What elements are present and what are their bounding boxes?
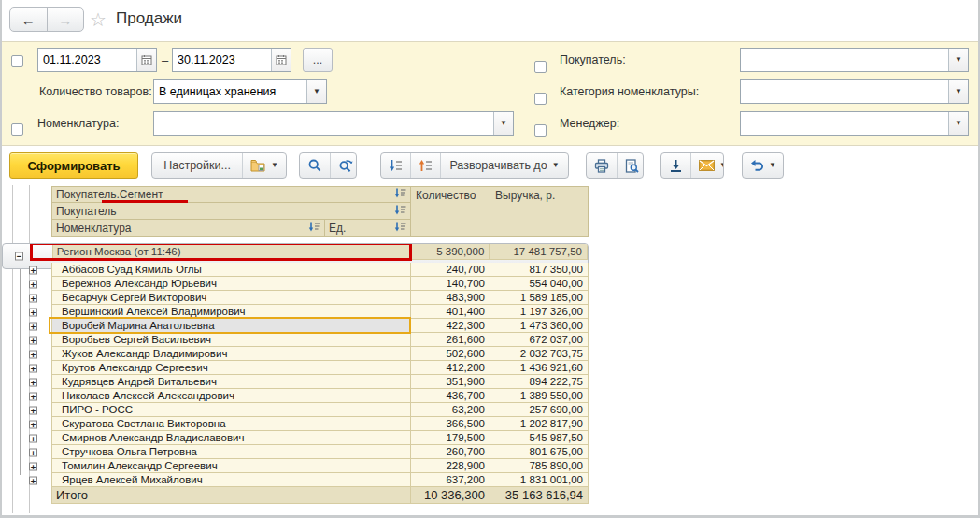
- row-qty-cell[interactable]: 366,500: [411, 417, 490, 431]
- nomenclature-input[interactable]: [154, 112, 493, 135]
- expander-icon[interactable]: +: [29, 378, 37, 386]
- row-name-cell[interactable]: Николаев Алексей Александрович: [51, 389, 411, 403]
- row-qty-cell[interactable]: 483,900: [411, 291, 490, 305]
- category-checkbox[interactable]: [534, 93, 547, 105]
- expander-icon[interactable]: +: [29, 448, 37, 456]
- row-qty-cell[interactable]: 436,700: [411, 389, 490, 403]
- date-from-calendar-button[interactable]: [136, 49, 156, 71]
- expander-icon[interactable]: +: [29, 294, 37, 302]
- total-qty-cell[interactable]: 10 336,300: [411, 487, 490, 504]
- row-qty-cell[interactable]: 412,200: [411, 361, 490, 375]
- date-to-calendar-button[interactable]: [271, 49, 291, 71]
- row-revenue-cell[interactable]: 17 481 757,50: [490, 244, 588, 260]
- row-name-cell[interactable]: Воробьев Сергей Васильевич: [51, 333, 411, 347]
- row-qty-cell[interactable]: 5 390,000: [411, 244, 490, 260]
- row-revenue-cell[interactable]: 1 202 817,90: [490, 417, 589, 431]
- row-qty-cell[interactable]: 401,400: [411, 305, 490, 319]
- expander-icon[interactable]: +: [29, 364, 37, 372]
- row-name-cell[interactable]: Кудрявцев Андрей Витальевич: [51, 375, 411, 389]
- header-revenue[interactable]: Выручка, р.: [490, 186, 589, 237]
- expander-icon[interactable]: +: [29, 434, 37, 442]
- qty-measure-input[interactable]: [154, 80, 306, 103]
- manager-dropdown-button[interactable]: ▼: [948, 112, 968, 135]
- buyer-dropdown-button[interactable]: ▼: [948, 49, 968, 71]
- expander-icon[interactable]: +: [29, 308, 37, 316]
- row-name-cell[interactable]: ПИРО - РОСС: [51, 403, 411, 417]
- row-name-cell[interactable]: Аббасов Суад Кямиль Оглы: [51, 263, 411, 277]
- row-qty-cell[interactable]: 63,200: [411, 403, 490, 417]
- print-preview-button[interactable]: [617, 153, 644, 178]
- expand-levels-button[interactable]: [381, 153, 410, 178]
- row-name-cell[interactable]: Бесарчук Сергей Викторович: [51, 291, 411, 305]
- undo-button[interactable]: ▼: [743, 153, 784, 178]
- category-input[interactable]: [741, 80, 948, 103]
- row-name-cell[interactable]: Ярцев Алексей Михайлович: [51, 473, 411, 487]
- settings-button[interactable]: Настройки...: [152, 153, 242, 178]
- row-qty-cell[interactable]: 140,700: [411, 277, 490, 291]
- row-revenue-cell[interactable]: 1 436 921,60: [490, 361, 589, 375]
- row-revenue-cell[interactable]: 785 890,00: [490, 459, 589, 473]
- category-dropdown-button[interactable]: ▼: [948, 80, 968, 103]
- row-revenue-cell[interactable]: 1 197 326,00: [490, 305, 589, 319]
- search-next-button[interactable]: [330, 153, 357, 178]
- row-qty-cell[interactable]: 228,900: [411, 459, 490, 473]
- row-name-cell[interactable]: Томилин Александр Сергеевич: [51, 459, 411, 473]
- send-email-button[interactable]: ▼: [690, 153, 724, 178]
- manager-checkbox[interactable]: [534, 124, 547, 137]
- buyer-input[interactable]: [741, 49, 948, 71]
- expander-icon[interactable]: +: [29, 336, 37, 344]
- buyer-checkbox[interactable]: [534, 61, 547, 73]
- expander-icon[interactable]: +: [29, 350, 37, 358]
- row-revenue-cell[interactable]: 257 690,00: [490, 403, 589, 417]
- row-revenue-cell[interactable]: 801 675,00: [490, 445, 589, 459]
- row-name-cell[interactable]: Бережнов Александр Юрьевич: [51, 277, 411, 291]
- row-qty-cell[interactable]: 351,900: [411, 375, 490, 389]
- row-qty-cell[interactable]: 422,300: [411, 319, 490, 333]
- row-name-cell[interactable]: Жуков Александр Владимирович: [51, 347, 411, 361]
- header-buyer-segment[interactable]: Покупатель.Сегмент: [51, 186, 411, 203]
- nomenclature-dropdown-button[interactable]: ▼: [493, 112, 513, 135]
- date-from-input[interactable]: [38, 49, 136, 71]
- row-revenue-cell[interactable]: 545 987,50: [490, 431, 589, 445]
- date-to-input[interactable]: [173, 49, 271, 71]
- header-buyer[interactable]: Покупатель: [51, 203, 411, 220]
- print-button[interactable]: [587, 153, 617, 178]
- search-button[interactable]: [300, 153, 330, 178]
- total-label-cell[interactable]: Итого: [51, 487, 411, 504]
- row-name-cell[interactable]: Скуратова Светлана Викторовна: [51, 417, 411, 431]
- header-unit[interactable]: Ед.: [324, 220, 411, 237]
- forward-button[interactable]: →: [48, 8, 84, 31]
- row-name-cell[interactable]: Регион Москва (от 11:46): [52, 244, 411, 260]
- row-qty-cell[interactable]: 260,700: [411, 445, 490, 459]
- row-qty-cell[interactable]: 179,500: [411, 431, 490, 445]
- collapse-levels-button[interactable]: [410, 153, 440, 178]
- row-revenue-cell[interactable]: 672 037,00: [490, 333, 589, 347]
- row-name-cell[interactable]: Стручкова Ольга Петровна: [51, 445, 411, 459]
- row-revenue-cell[interactable]: 894 222,75: [490, 375, 589, 389]
- expander-icon[interactable]: +: [29, 420, 37, 428]
- expander-icon[interactable]: −: [15, 252, 23, 261]
- back-button[interactable]: ←: [10, 8, 48, 31]
- row-revenue-cell[interactable]: 1 389 550,00: [490, 389, 589, 403]
- period-more-button[interactable]: ...: [303, 48, 333, 72]
- save-button[interactable]: [661, 153, 690, 178]
- row-qty-cell[interactable]: 637,200: [411, 473, 490, 487]
- expander-icon[interactable]: +: [29, 392, 37, 400]
- expand-to-button[interactable]: Разворачивать до ▼: [440, 153, 568, 178]
- report-variants-button[interactable]: ▼: [242, 153, 286, 178]
- nomenclature-checkbox[interactable]: [11, 123, 23, 136]
- row-name-cell[interactable]: Смирнов Александр Владиславович: [51, 431, 411, 445]
- row-qty-cell[interactable]: 240,700: [411, 263, 490, 277]
- row-revenue-cell[interactable]: 554 040,00: [490, 277, 589, 291]
- total-revenue-cell[interactable]: 35 163 616,94: [490, 487, 589, 504]
- expander-icon[interactable]: +: [29, 476, 37, 484]
- header-nomenclature[interactable]: Номенклатура: [51, 220, 324, 237]
- row-name-cell[interactable]: Вершинский Алексей Владимирович: [51, 305, 411, 319]
- expander-icon[interactable]: +: [29, 462, 37, 470]
- favorite-star-icon[interactable]: ☆: [90, 8, 107, 31]
- expander-icon[interactable]: +: [29, 406, 37, 414]
- row-revenue-cell[interactable]: 2 032 703,75: [490, 347, 589, 361]
- row-revenue-cell[interactable]: 817 350,00: [490, 263, 589, 277]
- expander-icon[interactable]: +: [29, 266, 37, 274]
- qty-measure-dropdown-button[interactable]: ▼: [306, 80, 326, 103]
